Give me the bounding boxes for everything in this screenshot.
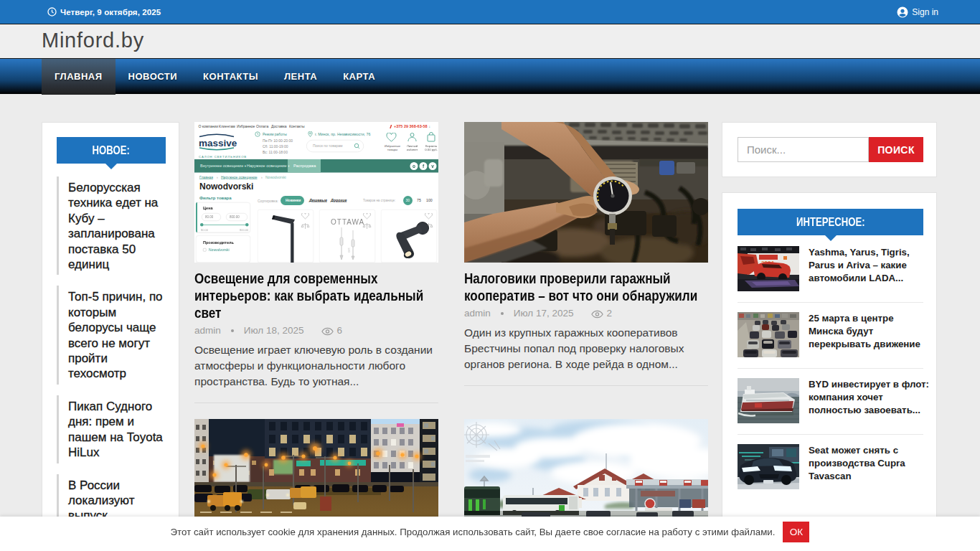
svg-text:o: o xyxy=(413,164,415,169)
svg-text:v: v xyxy=(431,164,434,169)
svg-text:120: 120 xyxy=(347,248,351,253)
svg-text:OTTAWA: OTTAWA xyxy=(331,218,364,226)
svg-text:massive: massive xyxy=(199,138,237,149)
